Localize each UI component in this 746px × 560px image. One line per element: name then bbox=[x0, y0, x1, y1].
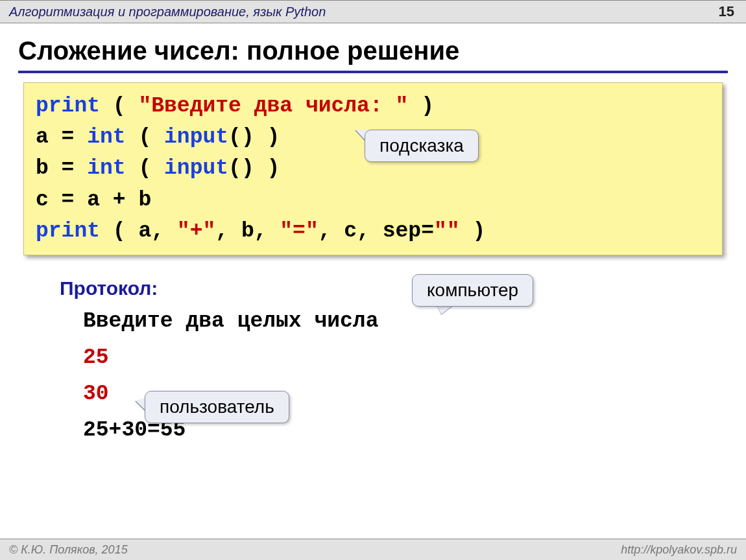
code-text: , b, bbox=[215, 219, 280, 243]
code-line-4: c = a + b bbox=[36, 185, 710, 216]
code-text: a = bbox=[36, 125, 87, 149]
header-title: Алгоритмизация и программирование, язык … bbox=[9, 5, 326, 19]
callout-user: пользователь bbox=[145, 391, 289, 423]
protocol-line-input1: 25 bbox=[83, 340, 746, 376]
page-number: 15 bbox=[719, 1, 734, 23]
code-text: b = bbox=[36, 156, 87, 180]
footer-bar: © К.Ю. Поляков, 2015 http://kpolyakov.sp… bbox=[0, 539, 746, 560]
keyword-print: print bbox=[36, 94, 100, 118]
code-text: c = a + b bbox=[36, 188, 151, 212]
callout-computer: компьютер bbox=[412, 274, 533, 307]
protocol-label: Протокол: bbox=[60, 277, 746, 299]
code-line-5: print ( a, "+", b, "=", c, sep="" ) bbox=[36, 216, 710, 247]
string-literal: "" bbox=[434, 219, 460, 243]
code-text: ) bbox=[408, 94, 434, 118]
code-text: , c, sep= bbox=[319, 219, 434, 243]
string-literal: "=" bbox=[280, 219, 318, 243]
code-text: ) bbox=[460, 219, 486, 243]
code-box: print ( "Введите два числа: " ) a = int … bbox=[23, 82, 723, 255]
code-line-1: print ( "Введите два числа: " ) bbox=[36, 91, 710, 122]
protocol-block: Введите два целых числа 25 30 25+30=55 bbox=[83, 303, 746, 449]
code-text: ( bbox=[100, 94, 138, 118]
string-literal: "+" bbox=[177, 219, 215, 243]
code-text: () ) bbox=[228, 156, 280, 180]
callout-hint: подсказка bbox=[365, 130, 479, 162]
slide-title: Сложение чисел: полное решение bbox=[18, 36, 728, 73]
header-bar: Алгоритмизация и программирование, язык … bbox=[0, 0, 746, 23]
code-text: ( a, bbox=[100, 219, 177, 243]
keyword-input: input bbox=[164, 156, 228, 180]
keyword-input: input bbox=[164, 125, 228, 149]
code-text: () ) bbox=[228, 125, 280, 149]
string-literal: "Введите два числа: " bbox=[138, 94, 408, 118]
code-text: ( bbox=[126, 125, 164, 149]
code-text: ( bbox=[126, 156, 164, 180]
keyword-print: print bbox=[36, 219, 100, 243]
footer-left: © К.Ю. Поляков, 2015 bbox=[9, 543, 128, 556]
keyword-int: int bbox=[87, 125, 125, 149]
protocol-line-prompt: Введите два целых числа bbox=[83, 303, 746, 340]
footer-right: http://kpolyakov.spb.ru bbox=[621, 539, 737, 560]
keyword-int: int bbox=[87, 156, 125, 180]
